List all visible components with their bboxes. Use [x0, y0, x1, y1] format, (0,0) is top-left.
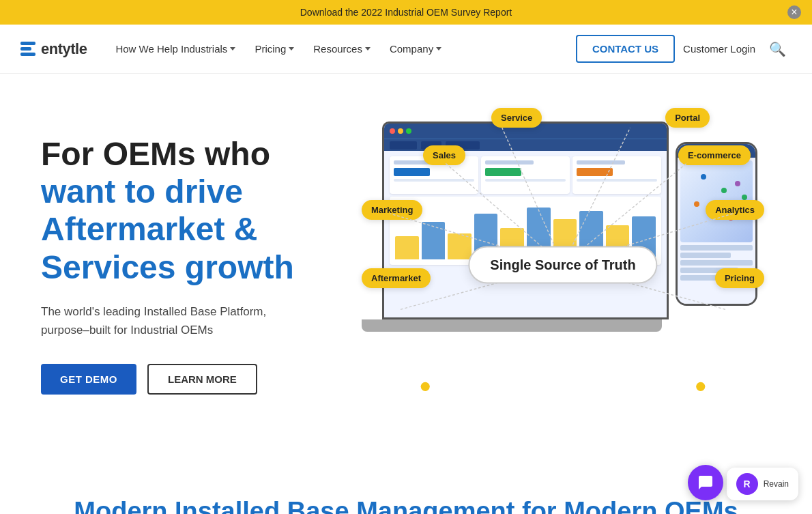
- label-aftermarket: Aftermarket: [362, 268, 431, 288]
- search-icon[interactable]: 🔍: [764, 38, 792, 60]
- logo[interactable]: entytle: [20, 40, 87, 58]
- chevron-down-icon: [289, 47, 294, 51]
- label-service: Service: [491, 108, 542, 128]
- banner-close[interactable]: ×: [787, 5, 801, 19]
- header: entytle How We Help Industrials Pricing …: [0, 25, 812, 74]
- label-analytics: Analytics: [706, 200, 764, 220]
- logo-icon: [20, 42, 35, 56]
- chevron-down-icon: [436, 47, 441, 51]
- chevron-down-icon: [365, 47, 371, 51]
- customer-login-link[interactable]: Customer Login: [683, 43, 755, 55]
- top-banner: Download the 2022 Industrial OEM Survey …: [0, 0, 812, 25]
- hero-section: For OEMs who want to drive Aftermarket &…: [0, 74, 812, 456]
- label-pricing: Pricing: [715, 268, 764, 288]
- label-ecommerce: E-commerce: [678, 145, 751, 165]
- hero-title: For OEMs who want to drive Aftermarket &…: [41, 135, 355, 286]
- hero-diagram: Single Source of Truth Service Portal Sa…: [355, 101, 771, 429]
- nav-pricing[interactable]: Pricing: [246, 38, 302, 60]
- chevron-down-icon: [230, 47, 235, 51]
- chat-icon: [697, 474, 714, 491]
- get-demo-button[interactable]: GET DEMO: [41, 364, 136, 395]
- label-portal: Portal: [665, 108, 710, 128]
- label-sales: Sales: [423, 145, 465, 165]
- revain-icon: R: [736, 473, 758, 495]
- revain-badge[interactable]: R Revain: [727, 468, 798, 500]
- central-oval: Single Source of Truth: [468, 246, 657, 284]
- nav-resources[interactable]: Resources: [305, 38, 379, 60]
- hero-left: For OEMs who want to drive Aftermarket &…: [41, 135, 355, 395]
- nav-company[interactable]: Company: [381, 38, 450, 60]
- main-nav: How We Help Industrials Pricing Resource…: [107, 38, 575, 60]
- laptop-base: [362, 319, 662, 332]
- label-marketing: Marketing: [362, 200, 422, 220]
- logo-text: entytle: [41, 40, 87, 58]
- revain-label: Revain: [764, 479, 789, 489]
- nav-how-we-help[interactable]: How We Help Industrials: [107, 38, 244, 60]
- chat-button[interactable]: [688, 465, 723, 500]
- header-actions: CONTACT US Customer Login 🔍: [576, 35, 792, 63]
- svg-point-8: [696, 382, 705, 391]
- hero-buttons: GET DEMO LEARN MORE: [41, 364, 355, 395]
- learn-more-button[interactable]: LEARN MORE: [147, 364, 257, 395]
- hero-subtitle: The world's leading Installed Base Platf…: [41, 302, 300, 339]
- banner-text: Download the 2022 Industrial OEM Survey …: [300, 7, 512, 18]
- bottom-title: Modern Installed Base Management for Mod…: [27, 497, 785, 514]
- svg-point-9: [421, 382, 430, 391]
- contact-us-button[interactable]: CONTACT US: [576, 35, 675, 63]
